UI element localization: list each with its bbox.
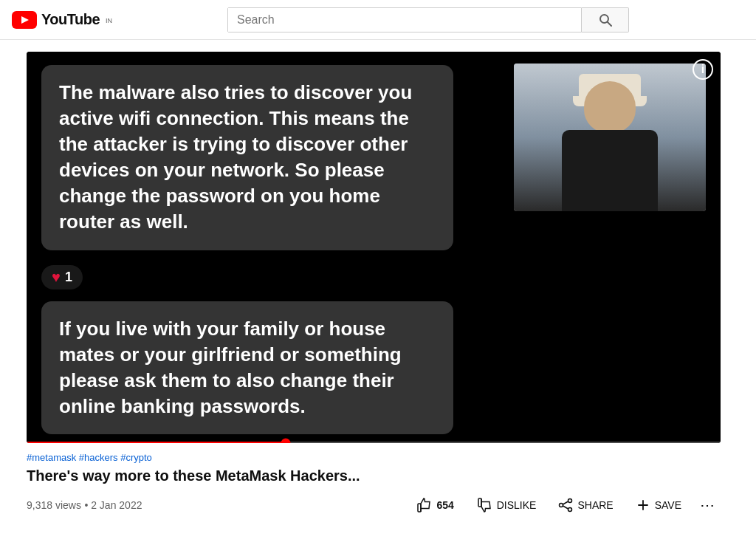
heart-icon: ♥ xyxy=(52,269,61,286)
search-icon xyxy=(599,13,612,27)
share-label: SHARE xyxy=(577,499,613,511)
heart-count: 1 xyxy=(65,270,72,285)
search-input[interactable] xyxy=(228,8,581,32)
chat-bubble-1: The malware also tries to discover you a… xyxy=(41,65,453,250)
video-date: 2 Jan 2022 xyxy=(91,499,142,511)
video-meta-row: 9,318 views • 2 Jan 2022 654 xyxy=(27,490,721,520)
more-icon: ⋯ xyxy=(700,497,715,513)
chat-bubble-2: If you live with your family or house ma… xyxy=(41,301,453,434)
video-screen: i The malware also tries to discover you… xyxy=(27,52,721,443)
search-button[interactable] xyxy=(582,7,629,32)
more-button[interactable]: ⋯ xyxy=(694,490,721,520)
logo-badge: IN xyxy=(106,17,112,24)
dislike-label: DISLIKE xyxy=(497,499,537,511)
progress-area[interactable] xyxy=(27,442,721,443)
person-figure xyxy=(514,64,706,211)
info-button[interactable]: i xyxy=(693,59,713,80)
save-label: SAVE xyxy=(655,499,681,511)
like-icon xyxy=(416,497,432,513)
svg-point-19 xyxy=(568,499,572,503)
info-icon: i xyxy=(701,63,704,76)
share-button[interactable]: SHARE xyxy=(549,491,622,519)
logo-text: YouTube xyxy=(41,11,100,28)
dislike-icon xyxy=(476,497,492,513)
header: YouTube IN xyxy=(0,0,756,40)
person-head xyxy=(584,81,636,133)
video-info: #metamask #hackers #crypto There's way m… xyxy=(27,443,721,520)
search-bar xyxy=(227,7,582,32)
video-title: There's way more to these MetaMask Hacke… xyxy=(27,467,721,484)
video-player[interactable]: i The malware also tries to discover you… xyxy=(27,52,721,443)
svg-line-22 xyxy=(563,501,568,504)
heart-badge: ♥ 1 xyxy=(41,265,83,289)
progress-dot xyxy=(281,439,290,443)
share-icon xyxy=(558,498,573,513)
video-actions: 654 DISLIKE xyxy=(406,490,721,520)
svg-line-3 xyxy=(608,22,611,26)
logo-area[interactable]: YouTube IN xyxy=(12,11,112,29)
svg-rect-17 xyxy=(418,504,421,512)
person-body xyxy=(562,130,658,211)
search-area xyxy=(227,7,629,32)
progress-fill xyxy=(27,442,286,443)
save-icon xyxy=(636,498,650,513)
chat-bubble-2-wrapper: If you live with your family or house ma… xyxy=(41,301,706,434)
webcam-overlay xyxy=(514,64,706,211)
svg-rect-18 xyxy=(478,498,481,507)
like-count: 654 xyxy=(436,499,453,511)
progress-bar[interactable] xyxy=(27,442,721,443)
svg-line-23 xyxy=(563,506,568,509)
video-tags[interactable]: #metamask #hackers #crypto xyxy=(27,452,721,463)
dislike-button[interactable]: DISLIKE xyxy=(467,490,546,520)
svg-point-21 xyxy=(560,504,563,507)
chat-area: The malware also tries to discover you a… xyxy=(27,52,721,442)
video-views: 9,318 views xyxy=(27,499,81,511)
main-content: i The malware also tries to discover you… xyxy=(0,40,756,532)
views-date: 9,318 views • 2 Jan 2022 xyxy=(27,498,142,512)
like-button[interactable]: 654 xyxy=(406,490,463,520)
view-separator: • xyxy=(84,499,91,511)
svg-point-20 xyxy=(568,508,572,512)
youtube-logo-icon xyxy=(12,11,37,29)
save-button[interactable]: SAVE xyxy=(626,491,691,519)
